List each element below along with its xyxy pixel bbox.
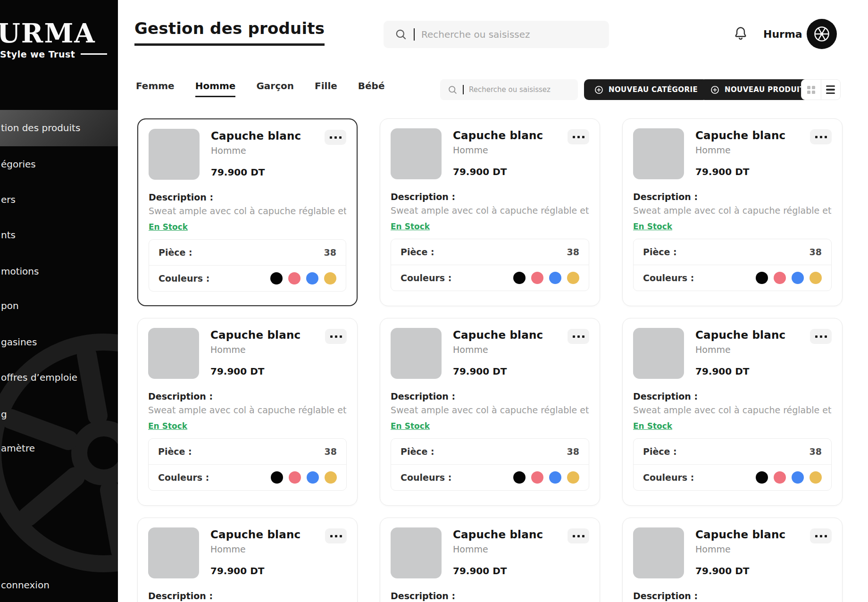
card-menu-button[interactable] — [568, 329, 589, 344]
product-card[interactable]: Capuche blanc Homme 79.900 DT Descriptio… — [137, 118, 358, 306]
stock-status-link[interactable]: En Stock — [149, 222, 188, 232]
sidebar-item-blog[interactable]: g — [0, 396, 118, 433]
card-header: Capuche blanc Homme 79.900 DT — [148, 328, 347, 379]
list-icon — [826, 85, 835, 94]
color-swatch — [513, 272, 526, 284]
product-search[interactable] — [440, 79, 578, 100]
username: Hurma — [763, 28, 802, 40]
search-icon — [395, 28, 407, 41]
product-card[interactable]: Capuche blanc Homme 79.900 DT Descriptio… — [622, 118, 843, 306]
new-product-button[interactable]: NOUVEAU PRODUIT — [700, 79, 815, 100]
product-specs: Pièce : 38 Couleurs : — [391, 239, 589, 291]
piece-value: 38 — [567, 446, 579, 457]
colors-label: Couleurs : — [401, 472, 451, 483]
avatar[interactable] — [807, 19, 837, 49]
sidebar-item-parametre[interactable]: amètre — [0, 430, 118, 467]
product-search-input[interactable] — [469, 85, 571, 94]
product-card[interactable]: Capuche blanc Homme 79.900 DT Descriptio… — [380, 518, 600, 602]
stock-status-link[interactable]: En Stock — [148, 421, 187, 431]
view-toggle — [801, 79, 841, 100]
list-view-button[interactable] — [821, 80, 841, 100]
notifications-button[interactable] — [731, 25, 750, 43]
product-card[interactable]: Capuche blanc Homme 79.900 DT Descriptio… — [137, 518, 358, 602]
card-header: Capuche blanc Homme 79.900 DT — [633, 128, 832, 179]
product-image-placeholder — [633, 128, 684, 179]
sidebar-item-deconnexion[interactable]: connexion — [0, 567, 118, 602]
sidebar-item-clients[interactable]: nts — [0, 217, 118, 253]
card-header: Capuche blanc Homme 79.900 DT — [391, 527, 589, 578]
product-specs: Pièce : 38 Couleurs : — [149, 239, 346, 292]
card-menu-button[interactable] — [810, 329, 832, 344]
description-label: Description : — [149, 192, 346, 202]
card-header: Capuche blanc Homme 79.900 DT — [633, 328, 832, 379]
tab-bebe[interactable]: Bébé — [358, 80, 385, 96]
product-image-placeholder — [633, 527, 684, 578]
product-card[interactable]: Capuche blanc Homme 79.900 DT Descriptio… — [622, 518, 843, 602]
product-specs: Pièce : 38 Couleurs : — [633, 438, 832, 491]
description-label: Description : — [391, 192, 589, 202]
ellipsis-icon — [573, 136, 575, 138]
card-menu-button[interactable] — [568, 129, 589, 144]
main-content: Gestion des produits Hurma — [118, 0, 868, 602]
description-label: Description : — [633, 591, 832, 601]
sidebar-item-produits[interactable]: tion des produits — [0, 110, 118, 146]
stock-status-link[interactable]: En Stock — [633, 421, 672, 431]
grid-view-button[interactable] — [801, 80, 821, 100]
stock-status-link[interactable]: En Stock — [391, 222, 430, 231]
card-header: Capuche blanc Homme 79.900 DT — [149, 129, 346, 180]
tab-femme[interactable]: Femme — [136, 80, 175, 96]
stock-status-link[interactable]: En Stock — [391, 421, 430, 431]
card-header: Capuche blanc Homme 79.900 DT — [391, 328, 589, 379]
sidebar: URMA Style we Trust tion des produits ég… — [0, 0, 118, 602]
card-menu-button[interactable] — [810, 129, 832, 144]
ellipsis-icon — [815, 136, 818, 138]
color-swatches — [270, 272, 336, 284]
color-swatch — [513, 471, 526, 484]
sidebar-item-users[interactable]: ers — [0, 182, 118, 218]
global-search[interactable] — [384, 21, 609, 48]
product-image-placeholder — [633, 328, 684, 379]
product-card[interactable]: Capuche blanc Homme 79.900 DT Descriptio… — [137, 318, 358, 506]
product-specs: Pièce : 38 Couleurs : — [148, 438, 347, 491]
product-title: Capuche blanc — [453, 528, 543, 541]
product-card[interactable]: Capuche blanc Homme 79.900 DT Descriptio… — [622, 318, 843, 506]
piece-label: Pièce : — [401, 446, 434, 457]
sidebar-item-offres-emploie[interactable]: offres d’emploie — [0, 360, 118, 396]
new-product-label: NOUVEAU PRODUIT — [725, 85, 805, 94]
color-swatch — [549, 272, 561, 284]
tab-fille[interactable]: Fille — [315, 80, 337, 96]
card-menu-button[interactable] — [325, 528, 347, 543]
search-icon — [448, 85, 458, 95]
colors-label: Couleurs : — [159, 273, 209, 284]
card-menu-button[interactable] — [568, 528, 589, 543]
sidebar-item-magasines[interactable]: gasines — [0, 324, 118, 360]
tab-garcon[interactable]: Garçon — [256, 80, 294, 96]
card-menu-button[interactable] — [325, 329, 347, 344]
product-card[interactable]: Capuche blanc Homme 79.900 DT Descriptio… — [380, 318, 600, 506]
tab-homme[interactable]: Homme — [195, 80, 236, 97]
product-card[interactable]: Capuche blanc Homme 79.900 DT Descriptio… — [380, 118, 600, 306]
color-swatch — [306, 272, 318, 284]
product-image-placeholder — [391, 128, 442, 179]
sidebar-item-coupon[interactable]: pon — [0, 288, 118, 324]
global-search-input[interactable] — [421, 29, 600, 40]
sidebar-item-promotions[interactable]: motions — [0, 253, 118, 290]
new-category-button[interactable]: NOUVEAU CATÉGORIE — [584, 79, 708, 100]
product-specs: Pièce : 38 Couleurs : — [633, 239, 832, 291]
card-menu-button[interactable] — [810, 528, 832, 543]
color-swatch — [307, 471, 319, 484]
color-swatch — [289, 471, 301, 484]
color-swatch — [567, 272, 579, 284]
card-menu-button[interactable] — [325, 130, 346, 145]
product-price: 79.900 DT — [210, 565, 300, 577]
product-category: Homme — [695, 344, 785, 355]
product-title: Capuche blanc — [211, 130, 301, 142]
product-category: Homme — [453, 544, 543, 554]
brand-logo: URMA Style we Trust — [0, 19, 107, 59]
product-category: Homme — [695, 544, 785, 554]
colors-label: Couleurs : — [401, 273, 451, 283]
colors-label: Couleurs : — [158, 472, 209, 483]
stock-status-link[interactable]: En Stock — [633, 222, 672, 231]
sidebar-item-categories[interactable]: égories — [0, 146, 118, 183]
product-price: 79.900 DT — [695, 166, 785, 177]
